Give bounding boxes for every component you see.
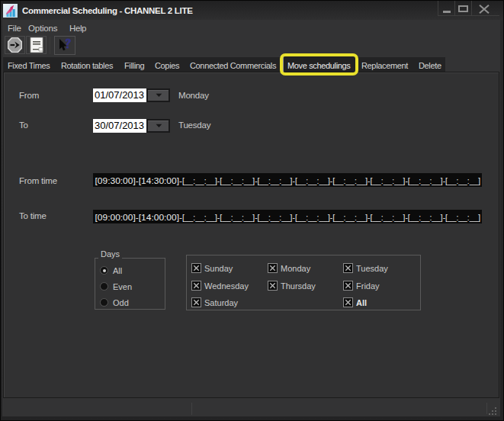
svg-text:[09:30:00]-[14:30:00]-: [09:30:00]-[14:30:00]- xyxy=(95,176,183,185)
svg-text:[09:00:00]-[14:00:00]-: [09:00:00]-[14:00:00]- xyxy=(95,213,183,222)
svg-text:[__:__:__]-[__:__:__]-[__:__:_: [__:__:__]-[__:__:__]-[__:__:__]-[__:__:… xyxy=(182,213,480,222)
svg-text:[__:__:__]-[__:__:__]-[__:__:_: [__:__:__]-[__:__:__]-[__:__:__]-[__:__:… xyxy=(182,176,480,185)
